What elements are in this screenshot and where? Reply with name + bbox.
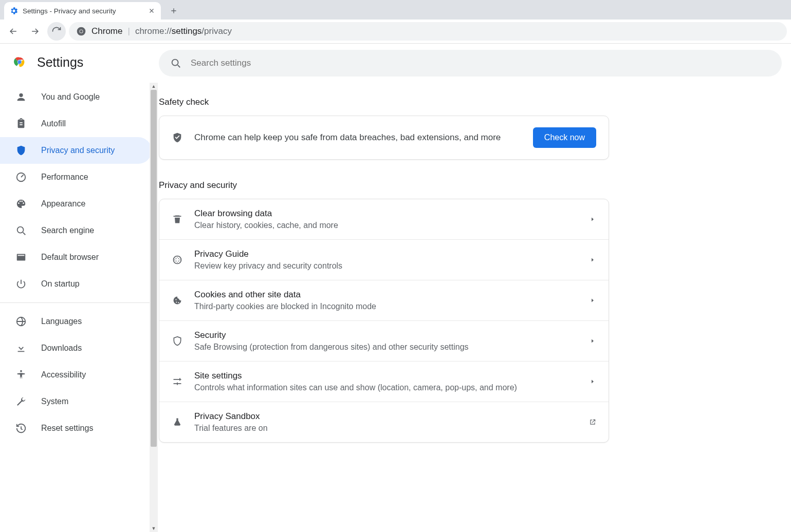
row-subtitle: Trial features are on <box>194 424 578 433</box>
chevron-right-icon <box>589 216 596 223</box>
sidebar-item-label: Languages <box>41 317 82 326</box>
row-title: Clear browsing data <box>194 208 578 219</box>
sidebar-item-label: Accessibility <box>41 370 86 379</box>
power-icon <box>15 278 27 290</box>
svg-point-10 <box>172 60 178 66</box>
scroll-up-icon[interactable]: ▲ <box>150 83 158 90</box>
globe-icon <box>15 316 27 327</box>
search-settings-bar[interactable] <box>159 50 782 77</box>
scrollbar-track[interactable] <box>150 90 158 525</box>
row-site-settings[interactable]: Site settings Controls what information … <box>159 361 609 402</box>
svg-point-7 <box>17 227 24 233</box>
sidebar-item-you-and-google[interactable]: You and Google <box>0 84 152 110</box>
sidebar-item-label: You and Google <box>41 92 100 102</box>
omnibox-url: chrome://settings/privacy <box>135 26 232 36</box>
sidebar-list: You and Google Autofill Privacy and secu… <box>0 81 158 532</box>
row-title: Privacy Sandbox <box>194 411 578 422</box>
close-tab-icon[interactable] <box>148 7 156 15</box>
row-cookies[interactable]: Cookies and other site data Third-party … <box>159 280 609 320</box>
chevron-right-icon <box>589 378 596 385</box>
row-subtitle: Third-party cookies are blocked in Incog… <box>194 302 578 311</box>
address-bar[interactable]: Chrome | chrome://settings/privacy <box>69 22 787 41</box>
row-title: Site settings <box>194 371 578 381</box>
person-icon <box>15 91 27 103</box>
privacy-settings-card: Clear browsing data Clear history, cooki… <box>159 199 609 443</box>
browser-tab[interactable]: Settings - Privacy and security <box>4 2 161 20</box>
settings-sidebar: Settings You and Google Autofill Privacy… <box>0 44 158 532</box>
row-title: Privacy Guide <box>194 249 578 259</box>
sidebar-item-label: System <box>41 397 68 406</box>
forward-button[interactable] <box>26 22 44 41</box>
sidebar-item-label: Default browser <box>41 253 99 262</box>
download-icon <box>15 343 27 354</box>
section-title-privacy: Privacy and security <box>159 180 609 191</box>
main-content: Safety check Chrome can help keep you sa… <box>158 44 791 532</box>
safety-check-card: Chrome can help keep you safe from data … <box>159 116 609 160</box>
chevron-right-icon <box>589 297 596 304</box>
search-icon <box>15 225 27 236</box>
history-icon <box>15 423 27 434</box>
back-button[interactable] <box>4 22 23 41</box>
flask-icon <box>172 416 183 428</box>
row-clear-browsing-data[interactable]: Clear browsing data Clear history, cooki… <box>159 199 609 239</box>
cookie-icon <box>172 295 183 306</box>
row-subtitle: Review key privacy and security controls <box>194 261 578 271</box>
sidebar-item-label: Autofill <box>41 119 66 128</box>
tab-title: Settings - Privacy and security <box>23 7 143 15</box>
sidebar-item-search-engine[interactable]: Search engine <box>0 217 152 244</box>
row-subtitle: Clear history, cookies, cache, and more <box>194 221 578 230</box>
gauge-icon <box>15 172 27 183</box>
sidebar-item-accessibility[interactable]: Accessibility <box>0 362 152 388</box>
sidebar-item-label: Appearance <box>41 199 85 208</box>
sidebar-scrollbar[interactable]: ▲ ▼ <box>150 83 158 532</box>
sidebar-item-label: Privacy and security <box>41 146 115 155</box>
new-tab-button[interactable] <box>166 3 181 18</box>
svg-point-2 <box>80 30 82 32</box>
sidebar-item-languages[interactable]: Languages <box>0 308 152 335</box>
sidebar-item-appearance[interactable]: Appearance <box>0 191 152 217</box>
chrome-logo-icon <box>12 55 27 69</box>
sidebar-item-label: On startup <box>41 279 80 289</box>
safety-check-text: Chrome can help keep you safe from data … <box>194 132 522 143</box>
external-link-icon <box>589 419 596 426</box>
sidebar-item-default-browser[interactable]: Default browser <box>0 244 152 271</box>
sidebar-item-privacy-and-security[interactable]: Privacy and security <box>0 137 152 164</box>
reload-button[interactable] <box>47 22 66 41</box>
gear-icon <box>9 6 19 15</box>
sidebar-item-label: Search engine <box>41 226 94 235</box>
row-title: Cookies and other site data <box>194 290 578 300</box>
palette-icon <box>15 198 27 210</box>
check-now-button[interactable]: Check now <box>533 127 596 148</box>
sidebar-item-label: Downloads <box>41 344 82 353</box>
sidebar-item-performance[interactable]: Performance <box>0 164 152 191</box>
chevron-right-icon <box>589 337 596 345</box>
scrollbar-thumb[interactable] <box>151 90 157 447</box>
row-subtitle: Controls what information sites can use … <box>194 383 578 392</box>
shield-check-icon <box>172 132 183 143</box>
sidebar-header: Settings <box>0 44 158 81</box>
clipboard-icon <box>15 118 27 129</box>
row-security[interactable]: Security Safe Browsing (protection from … <box>159 320 609 361</box>
row-privacy-sandbox[interactable]: Privacy Sandbox Trial features are on <box>159 402 609 442</box>
tune-icon <box>172 376 183 387</box>
tab-strip: Settings - Privacy and security <box>0 0 791 20</box>
wrench-icon <box>15 396 27 407</box>
search-settings-input[interactable] <box>191 58 770 68</box>
omnibox-protocol-label: Chrome <box>91 26 122 36</box>
sidebar-item-downloads[interactable]: Downloads <box>0 335 152 362</box>
row-subtitle: Safe Browsing (protection from dangerous… <box>194 343 578 352</box>
scroll-down-icon[interactable]: ▼ <box>150 525 158 532</box>
browser-icon <box>15 252 27 263</box>
sidebar-item-system[interactable]: System <box>0 388 152 415</box>
row-privacy-guide[interactable]: Privacy Guide Review key privacy and sec… <box>159 239 609 280</box>
sidebar-item-reset-settings[interactable]: Reset settings <box>0 415 152 442</box>
shield-icon <box>15 145 27 156</box>
trash-icon <box>172 214 183 225</box>
sidebar-item-on-startup[interactable]: On startup <box>0 271 152 297</box>
section-title-safety-check: Safety check <box>159 97 609 107</box>
sidebar-item-label: Performance <box>41 173 88 182</box>
sidebar-item-autofill[interactable]: Autofill <box>0 110 152 137</box>
chrome-logo-icon <box>76 26 86 36</box>
sidebar-title: Settings <box>37 55 83 70</box>
accessibility-icon <box>15 369 27 381</box>
